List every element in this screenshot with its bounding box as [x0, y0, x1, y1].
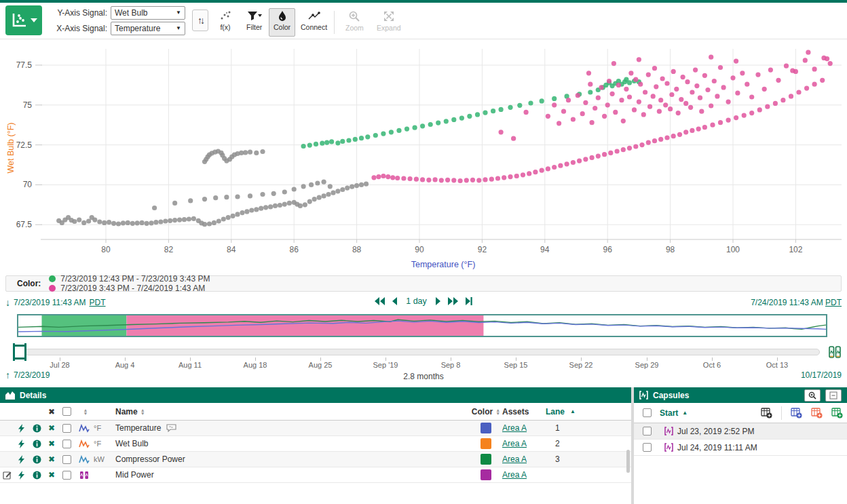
details-scrollbar[interactable]: [626, 450, 630, 473]
fx-button[interactable]: f(x): [214, 8, 236, 37]
info-icon[interactable]: [29, 455, 45, 464]
minimap-strip[interactable]: [17, 314, 827, 337]
remove-all-header[interactable]: ✖: [45, 407, 58, 416]
zoom-button[interactable]: Zoom: [341, 8, 369, 37]
unit-label: °F: [94, 424, 115, 432]
row-checkbox[interactable]: [62, 471, 71, 480]
step-back-double-button[interactable]: [375, 297, 385, 305]
capsules-collapse-button[interactable]: [825, 389, 842, 402]
step-size-label[interactable]: 1 day: [406, 296, 427, 306]
select-all-capsules-checkbox[interactable]: [643, 408, 652, 417]
scatter-plot[interactable]: 8082848688909294969810010267.57072.57577…: [0, 39, 847, 274]
date-tick-label: Aug 18: [244, 361, 267, 369]
date-axis[interactable]: Jul 28Aug 4Aug 11Aug 18Aug 25Sep '19Sep …: [0, 357, 847, 370]
capsule-checkbox[interactable]: [643, 427, 652, 435]
date-tick-label: Sep 29: [635, 361, 659, 369]
capsules-zoom-button[interactable]: [804, 389, 821, 402]
capsules-icon: [639, 391, 648, 400]
y-axis-title: Wet Bulb (°F): [6, 123, 16, 174]
capsule-checkbox[interactable]: [643, 443, 652, 452]
select-all-checkbox[interactable]: [62, 407, 71, 416]
info-icon[interactable]: [29, 440, 45, 448]
x-axis-title: Temperature (°F): [411, 260, 476, 269]
unit-label: kW: [94, 455, 115, 463]
column-header-lane[interactable]: Lane ▲: [546, 407, 584, 416]
date-tick-label: Sep '19: [373, 361, 398, 369]
step-back-button[interactable]: [392, 297, 398, 305]
select-caret-icon: ▼: [176, 25, 181, 31]
asset-link[interactable]: Area A: [502, 454, 527, 464]
capsules-actions-separator: [781, 406, 782, 420]
svg-text:88: 88: [352, 245, 362, 254]
svg-text:94: 94: [540, 245, 550, 254]
item-name: Compressor Power: [115, 454, 185, 464]
signal-icon: [75, 471, 94, 480]
trend-bolt-icon[interactable]: [14, 424, 29, 433]
row-checkbox[interactable]: [62, 424, 71, 433]
swap-axes-icon: ↑↓: [197, 15, 203, 26]
color-button[interactable]: Color: [269, 8, 295, 37]
filter-button[interactable]: Filter: [242, 8, 267, 37]
svg-text:98: 98: [666, 245, 675, 254]
row-checkbox[interactable]: [62, 440, 71, 448]
edit-icon[interactable]: [0, 471, 14, 480]
scatter-chart-icon: [11, 12, 27, 28]
timezone-link[interactable]: PDT: [825, 298, 842, 307]
trend-bolt-icon[interactable]: [14, 455, 29, 464]
capsule-row[interactable]: Jul 23, 2019 2:52 PM: [634, 423, 847, 440]
unit-label: °F: [94, 440, 115, 448]
capsule-lanes-icon[interactable]: [828, 345, 842, 359]
color-swatch[interactable]: [481, 438, 491, 449]
expand-button[interactable]: Expand: [372, 8, 406, 37]
add-signal-stat-blue-icon[interactable]: [791, 408, 802, 419]
asset-link[interactable]: Area A: [502, 423, 527, 433]
capsule-start-value: Jul 23, 2019 2:52 PM: [677, 427, 847, 436]
details-table-row[interactable]: ✖ kW Compressor Power Area A: [0, 452, 631, 467]
info-icon[interactable]: [29, 471, 45, 480]
color-swatch[interactable]: [481, 423, 491, 433]
column-header-assets[interactable]: Assets: [502, 407, 546, 416]
column-header-color[interactable]: Color▲▼: [470, 407, 502, 416]
y-axis-signal-select[interactable]: Wet Bulb▼: [111, 6, 185, 20]
add-signal-stat-orange-icon[interactable]: [811, 408, 823, 419]
row-checkbox[interactable]: [62, 455, 71, 464]
swap-axes-button[interactable]: ↑↓: [192, 9, 208, 31]
connect-button[interactable]: Connect: [296, 8, 332, 37]
capsule-icon: [660, 443, 677, 452]
column-header-name[interactable]: Name▲▼: [115, 407, 470, 416]
info-icon[interactable]: [29, 424, 45, 433]
trend-bolt-icon[interactable]: [14, 440, 29, 448]
lane-value: 2: [546, 439, 584, 448]
date-tick-label: Sep 22: [569, 361, 593, 369]
details-table-row[interactable]: ✖ °F Wet Bulb Area A 2: [0, 436, 631, 452]
color-legend-bar: Color: 7/23/2019 12:43 PM - 7/23/2019 3:…: [5, 275, 842, 292]
range-slider-track[interactable]: [24, 349, 820, 355]
sort-icons[interactable]: ▲▼: [75, 408, 94, 415]
remove-icon[interactable]: ✖: [45, 439, 58, 448]
asset-link[interactable]: Area A: [502, 439, 527, 448]
add-stat-column-icon[interactable]: [761, 408, 772, 419]
date-tick-label: Sep 8: [441, 361, 461, 369]
signal-icon: [75, 455, 94, 464]
add-signal-stat-green-icon[interactable]: [831, 408, 843, 419]
details-table-row[interactable]: ✖ °F Temperature Area A 1: [0, 421, 631, 436]
date-tick-label: Sep 15: [504, 361, 528, 369]
investigate-range-end[interactable]: 10/17/2019: [801, 370, 842, 380]
details-table-row[interactable]: ✖ Mid Power Area A: [0, 467, 631, 483]
remove-icon[interactable]: ✖: [45, 423, 58, 433]
color-swatch[interactable]: [481, 454, 491, 465]
asset-link[interactable]: Area A: [502, 470, 527, 480]
signal-icon: [75, 424, 94, 433]
trend-bolt-icon[interactable]: [14, 471, 29, 480]
remove-icon[interactable]: ✖: [45, 454, 58, 464]
remove-icon[interactable]: ✖: [45, 470, 58, 480]
svg-text:90: 90: [415, 245, 424, 254]
step-to-end-button[interactable]: [465, 297, 472, 305]
step-forward-double-button[interactable]: [447, 297, 458, 305]
capsule-row[interactable]: Jul 24, 2019 11:11 AM: [634, 440, 847, 456]
x-axis-signal-select[interactable]: Temperature▼: [111, 22, 185, 35]
color-swatch[interactable]: [481, 469, 491, 480]
scatter-view-button[interactable]: [5, 5, 42, 35]
step-forward-button[interactable]: [435, 297, 440, 305]
annotation-bubble-icon[interactable]: [166, 424, 176, 432]
